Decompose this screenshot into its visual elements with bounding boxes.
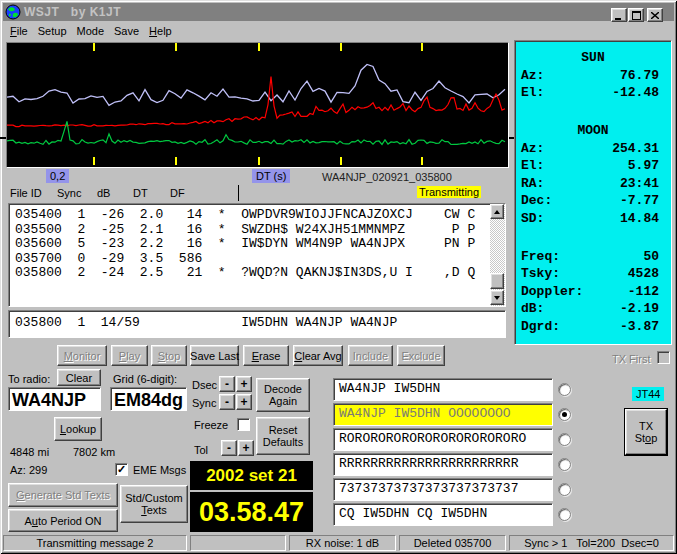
- astro-value-row: dB:-2.19: [515, 300, 671, 318]
- clear-avg-button[interactable]: Clear Avg: [293, 345, 343, 366]
- dsec-label: Dsec: [192, 379, 217, 391]
- status-segment-4: Deleted 035700: [399, 535, 506, 551]
- freeze-label: Freeze: [194, 419, 228, 431]
- spectrum-graph[interactable]: [6, 42, 509, 168]
- status-segment-3: RX noise: 1 dB: [289, 535, 396, 551]
- status-segment-1: Transmitting message 2: [3, 535, 187, 551]
- lookup-button[interactable]: Lookup: [54, 417, 102, 441]
- to-radio-label: To radio:: [8, 373, 50, 385]
- close-button[interactable]: [647, 8, 663, 22]
- include-button[interactable]: Include: [348, 345, 393, 366]
- distance-km: 7802 km: [73, 446, 115, 458]
- tx-message-radio-2[interactable]: [558, 408, 571, 421]
- file-name-label: WA4NJP_020921_035800: [322, 171, 452, 183]
- freeze-checkbox[interactable]: [237, 418, 250, 431]
- auto-period-button[interactable]: Auto Period ON: [8, 509, 118, 532]
- status-segment-2: [190, 535, 286, 551]
- average-text-box[interactable]: 035800 1 14/59 IW5DHN WA4NJP WA4NJP: [8, 310, 506, 338]
- tx-message-4[interactable]: RRRRRRRRRRRRRRRRRRRRRRR: [333, 453, 553, 476]
- menu-help[interactable]: Help: [144, 22, 177, 40]
- left-axis-tick: [0, 137, 6, 139]
- tol-minus-button[interactable]: -: [221, 440, 237, 456]
- text-cursor: [238, 185, 239, 201]
- scrollbar[interactable]: [490, 204, 505, 306]
- window-title: WSJT by K1JT: [24, 5, 121, 19]
- menu-mode[interactable]: Mode: [72, 22, 110, 40]
- grid-input[interactable]: EM84dg: [110, 387, 187, 411]
- eme-msgs-checkbox[interactable]: ✓: [115, 463, 128, 476]
- scrollbar-thumb[interactable]: [490, 273, 504, 289]
- minimize-button[interactable]: [611, 8, 627, 22]
- save-last-button[interactable]: Save Last: [190, 345, 239, 366]
- astro-data-panel: SUNAz:76.79El:-12.48MOONAz:254.31El:5.97…: [514, 40, 672, 345]
- astro-value-row: RA:23:41: [515, 175, 671, 193]
- distance-mi: 4848 mi: [10, 446, 49, 458]
- transmitting-status: Transmitting: [417, 186, 481, 198]
- tx-message-radio-4[interactable]: [558, 458, 571, 471]
- astro-value-row: El:-12.48: [515, 84, 671, 102]
- tx-message-2[interactable]: WA4NJP IW5DHN OOOOOOOO: [333, 403, 553, 426]
- menu-file[interactable]: File: [5, 22, 33, 40]
- dsec-plus-button[interactable]: +: [236, 376, 252, 392]
- col-header-sync: Sync: [57, 187, 81, 199]
- astro-value-row: El:5.97: [515, 157, 671, 175]
- astro-section-title: MOON: [515, 122, 671, 140]
- tx-stop-button[interactable]: TXStop: [625, 409, 667, 455]
- erase-button[interactable]: Erase: [243, 345, 289, 366]
- clear-button[interactable]: Clear: [57, 369, 101, 386]
- astro-value-row: Tsky:4528: [515, 265, 671, 283]
- scroll-down-button[interactable]: [490, 290, 504, 305]
- scroll-up-button[interactable]: [490, 204, 504, 219]
- std-custom-texts-button[interactable]: Std/CustomTexts: [120, 485, 188, 523]
- wsjt-window: WSJT by K1JT FileSetupModeSaveHelp 0,2 D…: [0, 0, 677, 554]
- astro-section-title: SUN: [515, 49, 671, 67]
- menu-save[interactable]: Save: [109, 22, 144, 40]
- reset-defaults-button[interactable]: ResetDefaults: [256, 417, 310, 455]
- date-display: 2002 set 21: [190, 461, 313, 490]
- decode-row: 035600 5 -23 2.2 16 * IW$DYN WM4N9P WA4N…: [15, 237, 505, 252]
- col-header-fileid: File ID: [10, 187, 42, 199]
- tx-message-5[interactable]: 73737373737373737373737: [333, 478, 553, 501]
- decode-again-button[interactable]: DecodeAgain: [256, 378, 310, 412]
- decode-row: 035800 2 -24 2.5 21 * ?WQD?N QAKNJ$IN3DS…: [15, 266, 505, 281]
- stop-button[interactable]: Stop: [151, 345, 187, 366]
- tx-first-label: TX First: [612, 353, 651, 365]
- generate-std-texts-button[interactable]: Generate Std Texts: [8, 483, 118, 507]
- menu-bar: FileSetupModeSaveHelp: [5, 21, 674, 40]
- tx-message-radio-5[interactable]: [558, 483, 571, 496]
- x-tick-label: 0,2: [46, 169, 69, 183]
- tol-plus-button[interactable]: +: [238, 440, 254, 456]
- to-radio-input[interactable]: WA4NJP: [8, 387, 101, 411]
- time-display: 03.58.47: [190, 492, 313, 532]
- col-header-df: DF: [170, 187, 185, 199]
- tx-message-6[interactable]: CQ IW5DHN CQ IW5DHN: [333, 503, 553, 526]
- tx-message-radio-1[interactable]: [558, 383, 571, 396]
- mode-indicator: JT44: [632, 387, 664, 401]
- x-axis-label: DT (s): [252, 169, 290, 183]
- astro-value-row: SD:14.84: [515, 210, 671, 228]
- astro-value-row: Az:254.31: [515, 139, 671, 157]
- play-button[interactable]: Play: [111, 345, 148, 366]
- decoded-text-area[interactable]: 035400 1 -26 2.0 14 * OWPDVR9WIOJJFNCAJZ…: [8, 203, 506, 307]
- dsec-minus-button[interactable]: -: [219, 376, 235, 392]
- astro-value-row: Az:76.79: [515, 67, 671, 85]
- tx-first-checkbox[interactable]: [657, 351, 670, 364]
- tx-message-radio-6[interactable]: [558, 508, 571, 521]
- col-header-db: dB: [97, 187, 110, 199]
- tx-message-3[interactable]: RORORORORORORORORORORORO: [333, 428, 553, 451]
- sync-minus-button[interactable]: -: [219, 394, 235, 410]
- azimuth-label: Az: 299: [10, 464, 47, 476]
- monitor-button[interactable]: Monitor: [57, 345, 107, 366]
- sync-plus-button[interactable]: +: [236, 394, 252, 410]
- status-segment-5: Sync > 1 Tol=200 Dsec=0: [509, 535, 674, 551]
- maximize-button[interactable]: [628, 8, 644, 22]
- menu-setup[interactable]: Setup: [33, 22, 72, 40]
- decode-row: 035700 0 -29 3.5 586: [15, 252, 505, 267]
- tx-message-radio-3[interactable]: [558, 433, 571, 446]
- astro-value-row: Dgrd:-3.87: [515, 318, 671, 336]
- col-header-dt: DT: [133, 187, 148, 199]
- tx-message-1[interactable]: WA4NJP IW5DHN: [333, 378, 553, 401]
- title-bar[interactable]: WSJT by K1JT: [3, 3, 674, 21]
- exclude-button[interactable]: Exclude: [397, 345, 445, 366]
- grid-label: Grid (6-digit):: [113, 373, 177, 385]
